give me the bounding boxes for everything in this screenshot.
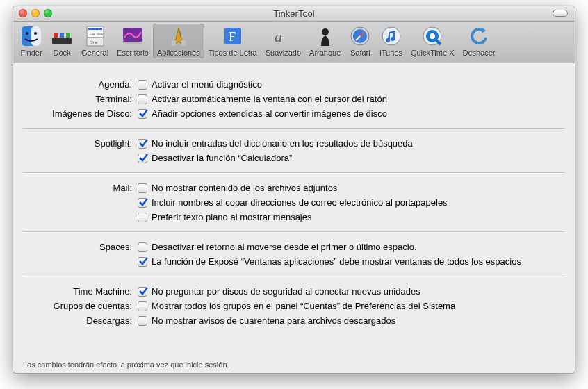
- safari-icon: [349, 25, 371, 47]
- toolbar-item-aplicaciones[interactable]: Aplicaciones: [153, 24, 204, 58]
- toolbar-label: Arranque: [309, 49, 341, 57]
- window-title: TinkerTool: [273, 8, 314, 19]
- toolbar-toggle-pill[interactable]: [553, 10, 568, 17]
- label-imagenes-disco: Imágenes de Disco:: [23, 108, 138, 119]
- label-descargas: Descargas:: [23, 315, 138, 326]
- dock-icon: [51, 25, 73, 47]
- toolbar-item-finder[interactable]: Finder: [16, 24, 47, 58]
- footer-note: Los cambios tendrán efecto la próxima ve…: [23, 361, 229, 369]
- preferences-window: TinkerTool Finder Dock File NewOne Gener…: [13, 6, 575, 374]
- tipos-de-letra-icon: F: [222, 25, 244, 47]
- separator: [23, 172, 565, 174]
- escritorio-icon: [122, 25, 144, 47]
- checkbox-label: Activar automáticamente la ventana con e…: [152, 94, 387, 104]
- checkbox-label: Mostrar todos los grupos en el panel “Cu…: [152, 301, 455, 311]
- svg-point-26: [430, 33, 435, 39]
- svg-text:File New: File New: [90, 32, 104, 36]
- svg-rect-9: [88, 28, 102, 30]
- svg-rect-14: [123, 42, 142, 44]
- finder-icon: [20, 25, 42, 47]
- checkbox-label: No incluir entradas del diccionario en l…: [152, 138, 413, 149]
- toolbar-label: Dock: [53, 49, 70, 57]
- svg-rect-16: [181, 40, 186, 46]
- checkbox-spaces-nowrap[interactable]: [138, 242, 147, 252]
- checkbox-grupos-showall[interactable]: [138, 301, 147, 311]
- toolbar-label: Safari: [350, 49, 370, 57]
- group-spaces: Spaces: Desactivar el retorno al moverse…: [23, 238, 565, 270]
- toolbar: Finder Dock File NewOne General Escritor…: [13, 22, 575, 63]
- toolbar-label: QuickTime X: [411, 49, 455, 57]
- titlebar: TinkerTool: [13, 6, 575, 22]
- checkbox-label: Incluir nombres al copar direcciones de …: [152, 197, 448, 208]
- checkbox-label: Añadir opciones extendidas al convertir …: [152, 108, 387, 119]
- toolbar-item-safari[interactable]: Safari: [345, 24, 375, 58]
- traffic-lights: [19, 9, 52, 17]
- toolbar-label: Tipos de Letra: [209, 49, 257, 57]
- group-agenda-terminal-imagenes: Agenda: Activar el menú diagnóstico Term…: [23, 76, 565, 122]
- svg-text:F: F: [229, 30, 236, 44]
- checkbox-label: No mostrar contenido de los archivos adj…: [152, 183, 337, 193]
- toolbar-item-itunes[interactable]: iTunes: [375, 24, 407, 58]
- checkbox-label: Desactivar el retorno al moverse desde e…: [152, 242, 417, 252]
- group-mail: Mail: No mostrar contenido de los archiv…: [23, 179, 565, 226]
- group-tm-grupos-descargas: Time Machine: No preguntar por discos de…: [23, 283, 565, 329]
- toolbar-item-general[interactable]: File NewOne General: [77, 24, 113, 58]
- toolbar-item-deshacer[interactable]: Deshacer: [458, 24, 499, 58]
- toolbar-label: Aplicaciones: [157, 49, 200, 57]
- separator: [23, 231, 565, 233]
- deshacer-icon: [468, 25, 490, 47]
- label-spotlight: Spotlight:: [23, 138, 138, 149]
- label-grupos: Grupos de cuentas:: [23, 301, 138, 311]
- checkbox-label: No preguntar por discos de seguridad al …: [152, 286, 420, 297]
- minimize-button[interactable]: [31, 9, 40, 17]
- label-spaces: Spaces:: [23, 242, 138, 252]
- svg-text:a: a: [275, 28, 282, 45]
- label-timemachine: Time Machine:: [23, 286, 138, 297]
- checkbox-tm-noask[interactable]: [138, 287, 147, 297]
- svg-rect-5: [54, 33, 58, 38]
- checkbox-spotlight-dict[interactable]: [138, 139, 147, 149]
- checkbox-descargas-quarantine[interactable]: [138, 316, 147, 326]
- checkbox-label: Activar el menú diagnóstico: [152, 79, 262, 90]
- checkbox-label: Preferir texto plano al mostrar mensajes: [152, 212, 311, 222]
- toolbar-item-tipos-de-letra[interactable]: F Tipos de Letra: [204, 24, 261, 58]
- label-agenda: Agenda:: [23, 79, 138, 90]
- toolbar-label: iTunes: [379, 49, 402, 57]
- checkbox-mail-plaintext[interactable]: [138, 213, 147, 222]
- svg-point-23: [382, 27, 400, 45]
- svg-rect-6: [60, 33, 64, 38]
- aplicaciones-icon: [168, 25, 190, 47]
- close-button[interactable]: [19, 9, 27, 17]
- toolbar-item-suavizado[interactable]: a Suavizado: [261, 24, 305, 58]
- checkbox-spotlight-calc[interactable]: [138, 154, 147, 163]
- separator: [23, 128, 565, 129]
- toolbar-item-escritorio[interactable]: Escritorio: [113, 24, 153, 58]
- checkbox-mail-attachments[interactable]: [138, 183, 147, 193]
- checkbox-label: La función de Exposé “Ventanas aplicacio…: [152, 256, 521, 267]
- toolbar-item-arranque[interactable]: Arranque: [305, 24, 345, 58]
- checkbox-imagenes-extendidas[interactable]: [138, 109, 147, 119]
- checkbox-agenda-diag[interactable]: [138, 80, 147, 90]
- group-spotlight: Spotlight: No incluir entradas del dicci…: [23, 135, 565, 167]
- svg-rect-15: [172, 40, 176, 46]
- zoom-button[interactable]: [44, 9, 52, 17]
- svg-point-2: [26, 32, 28, 35]
- toolbar-item-quicktime-x[interactable]: QuickTime X: [407, 24, 459, 58]
- toolbar-label: Escritorio: [117, 49, 149, 57]
- checkbox-mail-includenames[interactable]: [138, 198, 147, 208]
- toolbar-label: Deshacer: [462, 49, 495, 57]
- separator: [23, 276, 565, 277]
- checkbox-spaces-expose[interactable]: [138, 257, 147, 267]
- svg-rect-7: [66, 33, 70, 38]
- svg-point-3: [34, 32, 37, 35]
- content-pane: Agenda: Activar el menú diagnóstico Term…: [13, 63, 575, 373]
- checkbox-terminal-automouse[interactable]: [138, 94, 147, 104]
- toolbar-label: Finder: [20, 49, 42, 57]
- label-mail: Mail:: [23, 183, 138, 193]
- svg-rect-1: [31, 26, 41, 46]
- toolbar-item-dock[interactable]: Dock: [47, 24, 77, 58]
- checkbox-label: No mostrar avisos de cuarentena para arc…: [152, 315, 395, 326]
- svg-text:One: One: [90, 40, 98, 44]
- checkbox-label: Desactivar la función “Calculadora”: [152, 153, 292, 163]
- toolbar-label: General: [81, 49, 108, 57]
